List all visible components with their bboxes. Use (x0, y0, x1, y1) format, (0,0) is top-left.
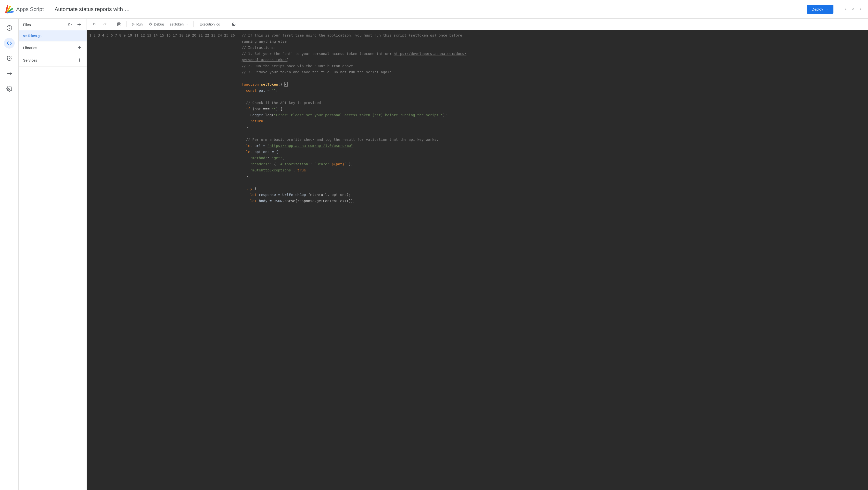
svg-point-4 (12, 11, 14, 12)
undo-icon (92, 22, 97, 27)
svg-point-18 (9, 27, 9, 27)
libraries-label: Libraries (23, 45, 37, 50)
nav-triggers[interactable] (4, 53, 15, 64)
svg-marker-23 (10, 73, 12, 74)
moon-icon (231, 22, 236, 27)
svg-point-12 (862, 9, 862, 9)
file-item-settoken[interactable]: setToken.gs (19, 30, 87, 41)
files-header: Files (19, 19, 87, 30)
code-icon (6, 40, 12, 46)
apps-grid-icon (860, 7, 862, 12)
main-area: Files setToken.gs Libraries Services Run (0, 19, 868, 490)
undo-button[interactable] (90, 21, 99, 28)
files-panel: Files setToken.gs Libraries Services (19, 19, 87, 490)
line-number-gutter: 1 2 3 4 5 6 7 8 9 10 11 12 13 14 15 16 1… (87, 30, 238, 490)
deploy-button[interactable]: Deploy (807, 5, 833, 14)
redo-icon (102, 22, 107, 27)
services-label: Services (23, 58, 37, 62)
theme-toggle-button[interactable] (229, 20, 239, 28)
executions-icon (6, 71, 12, 76)
nav-overview[interactable] (4, 23, 15, 33)
logo-area: Apps Script (4, 4, 44, 14)
header-right: Deploy (807, 5, 864, 14)
svg-point-10 (860, 9, 861, 9)
divider (193, 21, 194, 27)
code-editor[interactable]: 1 2 3 4 5 6 7 8 9 10 11 12 13 14 15 16 1… (87, 30, 868, 490)
play-icon (131, 23, 135, 26)
debug-button[interactable]: Debug (146, 21, 166, 28)
chevron-down-icon (186, 23, 189, 26)
debug-label: Debug (154, 22, 164, 26)
plus-icon[interactable] (77, 57, 82, 63)
left-rail (0, 19, 19, 490)
deploy-label: Deploy (812, 7, 823, 11)
editor-area: Run Debug setToken Execution log 1 2 3 4… (87, 19, 868, 490)
info-icon (6, 25, 12, 31)
share-button[interactable] (842, 6, 848, 12)
gear-icon (6, 86, 12, 92)
svg-point-3 (11, 8, 13, 9)
plus-icon[interactable] (77, 45, 82, 50)
add-file-icon[interactable] (76, 22, 82, 28)
svg-point-0 (5, 12, 7, 13)
svg-point-14 (861, 10, 861, 10)
svg-point-32 (150, 23, 152, 25)
execution-log-label: Execution log (199, 22, 220, 26)
apps-script-logo-icon (4, 4, 14, 14)
nav-executions[interactable] (4, 68, 15, 79)
nav-settings[interactable] (4, 83, 15, 94)
svg-point-1 (7, 5, 8, 6)
divider (241, 21, 241, 27)
svg-point-2 (9, 6, 11, 7)
divider (226, 21, 226, 27)
app-header: Apps Script Automate status reports with… (0, 0, 868, 19)
save-icon (117, 22, 121, 27)
editor-toolbar: Run Debug setToken Execution log (87, 19, 868, 30)
nav-editor[interactable] (4, 38, 15, 49)
divider (112, 21, 112, 27)
function-selected: setToken (170, 22, 184, 26)
execution-log-button[interactable]: Execution log (196, 21, 224, 28)
clock-icon (6, 55, 12, 61)
svg-point-15 (862, 10, 862, 10)
run-button[interactable]: Run (129, 21, 145, 28)
project-title[interactable]: Automate status reports with … (55, 6, 130, 12)
save-button[interactable] (115, 21, 124, 28)
files-label: Files (23, 23, 31, 27)
code-content[interactable]: // If this is your first time using the … (238, 30, 868, 490)
apps-menu-button[interactable] (858, 6, 864, 12)
svg-point-11 (861, 9, 861, 9)
run-label: Run (136, 22, 143, 26)
function-select[interactable]: setToken (167, 21, 191, 28)
services-section[interactable]: Services (19, 54, 87, 66)
person-add-icon (844, 6, 846, 12)
chevron-down-icon (826, 8, 829, 11)
divider (838, 5, 838, 13)
help-icon (852, 6, 854, 12)
svg-marker-31 (132, 23, 134, 25)
libraries-section[interactable]: Libraries (19, 41, 87, 54)
svg-point-13 (860, 10, 861, 10)
help-button[interactable] (850, 6, 856, 12)
sort-az-icon[interactable] (68, 22, 73, 27)
svg-point-24 (8, 88, 10, 90)
bug-icon (149, 22, 153, 26)
redo-button[interactable] (100, 21, 110, 28)
app-name: Apps Script (16, 6, 44, 12)
